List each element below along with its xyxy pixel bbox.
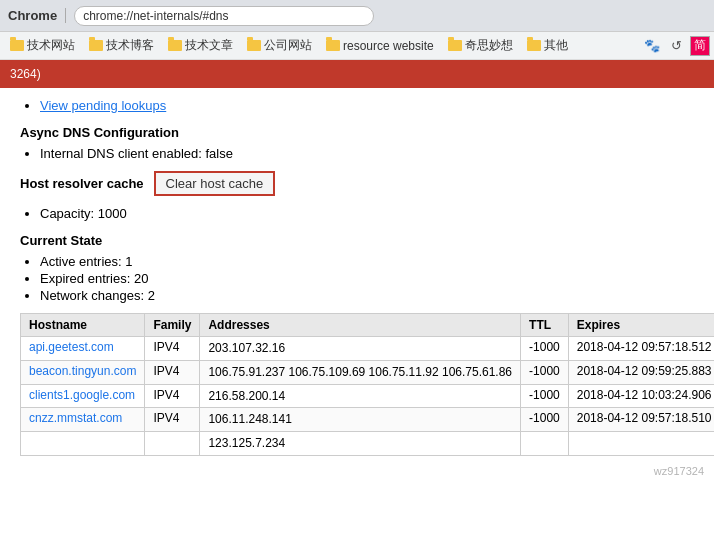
tab-bar-text: 3264) <box>10 67 41 81</box>
expires-cell: 2018-04-12 09:57:18.512 [Expired] <box>568 337 714 361</box>
family-cell: IPV4 <box>145 337 200 361</box>
tab-bar: 3264) <box>0 60 714 88</box>
addresses-cell: 123.125.7.234 <box>200 432 521 456</box>
expires-cell <box>568 432 714 456</box>
bookmark-公司网站[interactable]: 公司网站 <box>241 35 318 56</box>
col-hostname: Hostname <box>21 314 145 337</box>
ttl-cell: -1000 <box>521 360 569 384</box>
expires-cell: 2018-04-12 09:59:25.883 [Expired] <box>568 360 714 384</box>
hostname-link[interactable]: api.geetest.com <box>29 340 114 354</box>
bookmark-技术文章[interactable]: 技术文章 <box>162 35 239 56</box>
table-row: beacon.tingyun.comIPV4106.75.91.237 106.… <box>21 360 715 384</box>
current-state-list: Active entries: 1 Expired entries: 20 Ne… <box>20 254 694 303</box>
bookmark-resource-website[interactable]: resource website <box>320 37 440 55</box>
bookmark-label: 技术文章 <box>185 37 233 54</box>
paw-icon[interactable]: 🐾 <box>642 36 662 56</box>
expires-cell: 2018-04-12 09:57:18.510 [Expired] <box>568 408 714 432</box>
col-expires: Expires <box>568 314 714 337</box>
addresses-cell: 106.11.248.141 <box>200 408 521 432</box>
url-bar[interactable] <box>74 6 374 26</box>
table-row: api.geetest.comIPV4203.107.32.16-1000201… <box>21 337 715 361</box>
async-dns-title: Async DNS Configuration <box>20 125 694 140</box>
chinese-icon[interactable]: 简 <box>690 36 710 56</box>
folder-icon <box>527 40 541 51</box>
table-row: clients1.google.comIPV4216.58.200.14-100… <box>21 384 715 408</box>
table-row: cnzz.mmstat.comIPV4106.11.248.141-100020… <box>21 408 715 432</box>
bookmark-label: 技术网站 <box>27 37 75 54</box>
folder-icon <box>10 40 24 51</box>
dns-table: Hostname Family Addresses TTL Expires Ne… <box>20 313 714 456</box>
folder-icon <box>247 40 261 51</box>
bookmark-技术博客[interactable]: 技术博客 <box>83 35 160 56</box>
network-changes-item: Network changes: 2 <box>40 288 694 303</box>
links-list: View pending lookups <box>20 98 694 113</box>
addresses-cell: 203.107.32.16 <box>200 337 521 361</box>
host-resolver-row: Host resolver cache Clear host cache <box>20 171 694 196</box>
family-cell: IPV4 <box>145 360 200 384</box>
addresses-cell: 216.58.200.14 <box>200 384 521 408</box>
browser-title-bar: Chrome <box>0 0 714 32</box>
host-resolver-list: Capacity: 1000 <box>20 206 694 221</box>
bookmark-label: 技术博客 <box>106 37 154 54</box>
bookmark-技术网站[interactable]: 技术网站 <box>4 35 81 56</box>
async-dns-item: Internal DNS client enabled: false <box>40 146 694 161</box>
hostname-link[interactable]: clients1.google.com <box>29 388 135 402</box>
folder-icon <box>326 40 340 51</box>
ttl-cell <box>521 432 569 456</box>
capacity-item: Capacity: 1000 <box>40 206 694 221</box>
active-entries-item: Active entries: 1 <box>40 254 694 269</box>
bookmark-label: 奇思妙想 <box>465 37 513 54</box>
extra-icons: 🐾 ↺ 简 <box>642 36 710 56</box>
table-row: 123.125.7.234 <box>21 432 715 456</box>
family-cell: IPV4 <box>145 408 200 432</box>
col-addresses: Addresses <box>200 314 521 337</box>
bookmark-其他[interactable]: 其他 <box>521 35 574 56</box>
col-ttl: TTL <box>521 314 569 337</box>
bookmarks-bar: 技术网站 技术博客 技术文章 公司网站 resource website 奇思妙… <box>0 32 714 60</box>
loop-icon[interactable]: ↺ <box>666 36 686 56</box>
hostname-link[interactable]: beacon.tingyun.com <box>29 364 136 378</box>
addresses-cell: 106.75.91.237 106.75.109.69 106.75.11.92… <box>200 360 521 384</box>
host-resolver-label: Host resolver cache <box>20 176 144 191</box>
page-content: View pending lookups Async DNS Configura… <box>0 88 714 537</box>
async-dns-list: Internal DNS client enabled: false <box>20 146 694 161</box>
ttl-cell: -1000 <box>521 408 569 432</box>
browser-app-name: Chrome <box>8 8 66 23</box>
bookmark-奇思妙想[interactable]: 奇思妙想 <box>442 35 519 56</box>
folder-icon <box>89 40 103 51</box>
ttl-cell: -1000 <box>521 384 569 408</box>
bookmark-label: 其他 <box>544 37 568 54</box>
expired-entries-item: Expired entries: 20 <box>40 271 694 286</box>
ttl-cell: -1000 <box>521 337 569 361</box>
current-state-title: Current State <box>20 233 694 248</box>
bookmark-label: 公司网站 <box>264 37 312 54</box>
table-header-row: Hostname Family Addresses TTL Expires Ne… <box>21 314 715 337</box>
col-family: Family <box>145 314 200 337</box>
clear-host-cache-button[interactable]: Clear host cache <box>154 171 276 196</box>
hostname-link[interactable]: cnzz.mmstat.com <box>29 411 122 425</box>
watermark: wz917324 <box>654 465 704 477</box>
family-cell: IPV4 <box>145 384 200 408</box>
view-pending-lookups-link[interactable]: View pending lookups <box>40 98 166 113</box>
folder-icon <box>168 40 182 51</box>
expires-cell: 2018-04-12 10:03:24.906 <box>568 384 714 408</box>
bookmark-label: resource website <box>343 39 434 53</box>
folder-icon <box>448 40 462 51</box>
family-cell <box>145 432 200 456</box>
